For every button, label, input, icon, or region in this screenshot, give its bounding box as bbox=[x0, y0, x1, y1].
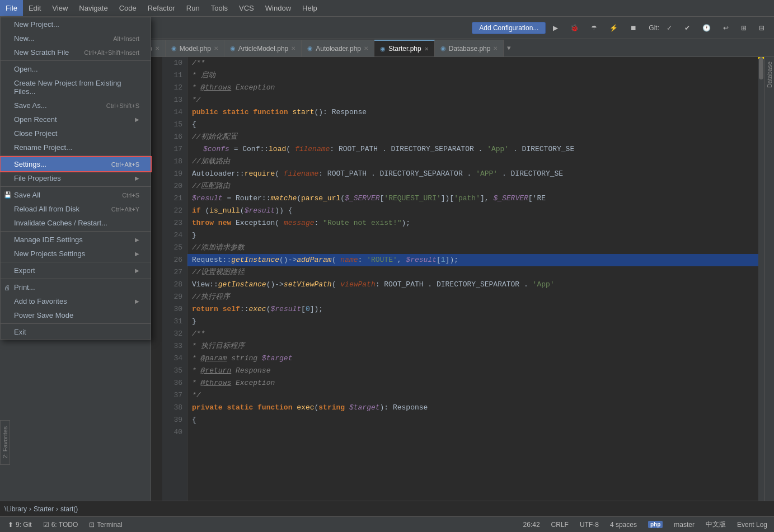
breadcrumb: \Library › Starter › start() bbox=[0, 501, 774, 516]
breadcrumb-item-starter[interactable]: Starter bbox=[34, 505, 54, 513]
menu-rename-project[interactable]: Rename Project... bbox=[1, 140, 151, 154]
event-log[interactable]: Event Log bbox=[735, 520, 770, 530]
menu-manage-ide-settings[interactable]: Manage IDE Settings ▶ bbox=[1, 233, 151, 247]
tab-autoloader-php[interactable]: ◉ Autoloader.php ✕ bbox=[302, 40, 374, 57]
database-label[interactable]: Database bbox=[766, 62, 773, 88]
git-tab[interactable]: ⬆ 9: Git bbox=[4, 520, 35, 530]
menu-sep-2 bbox=[1, 156, 151, 156]
encoding-status[interactable]: UTF-8 bbox=[578, 520, 601, 530]
menu-window[interactable]: Window bbox=[260, 0, 297, 16]
menu-reload-from-disk[interactable]: Reload All from Disk Ctrl+Alt+Y bbox=[1, 202, 151, 216]
tab-starter-php[interactable]: ◉ Starter.php ✕ bbox=[374, 40, 435, 57]
menu-open[interactable]: Open... bbox=[1, 62, 151, 76]
php-logo-status[interactable]: php bbox=[646, 520, 665, 529]
menu-bar: File Edit View Navigate Code Refactor Ru… bbox=[0, 0, 774, 17]
branch-status[interactable]: master bbox=[672, 520, 697, 530]
menu-exit[interactable]: Exit bbox=[1, 325, 151, 339]
todo-tab[interactable]: ☑ 6: TODO bbox=[40, 520, 82, 530]
favorites-label: 2: Favorites bbox=[2, 423, 8, 462]
favorites-side-tab[interactable]: 2: Favorites bbox=[0, 420, 10, 465]
coverage-button[interactable]: ☂ bbox=[586, 22, 602, 34]
menu-new-project[interactable]: New Project... bbox=[1, 17, 151, 31]
tab-model-php[interactable]: ◉ Model.php ✕ bbox=[166, 40, 224, 57]
menu-sep-6 bbox=[1, 279, 151, 279]
tab-articlemodel-php[interactable]: ◉ ArticleModel.php ✕ bbox=[224, 40, 302, 57]
menu-view[interactable]: View bbox=[46, 0, 73, 16]
cursor-position[interactable]: 26:42 bbox=[521, 520, 542, 530]
status-bar: ⬆ 9: Git ☑ 6: TODO ⊡ Terminal 26:42 CRLF… bbox=[0, 516, 774, 532]
scrollbar-thumb[interactable] bbox=[759, 57, 763, 79]
close-tab-conf[interactable]: ✕ bbox=[155, 45, 160, 51]
line-separator[interactable]: CRLF bbox=[549, 520, 571, 530]
close-tab-autoloader[interactable]: ✕ bbox=[364, 45, 368, 51]
menu-sep-7 bbox=[1, 323, 151, 324]
menu-file[interactable]: File bbox=[0, 0, 23, 16]
menu-edit[interactable]: Edit bbox=[23, 0, 46, 16]
menu-save-all[interactable]: 💾 Save All Ctrl+S bbox=[1, 188, 151, 202]
submenu-arrow-icon4: ▶ bbox=[135, 251, 139, 257]
menu-vcs[interactable]: VCS bbox=[233, 0, 260, 16]
terminal-icon: ⊡ bbox=[89, 521, 95, 529]
indent-status[interactable]: 4 spaces bbox=[608, 520, 639, 530]
menu-help[interactable]: Help bbox=[297, 0, 323, 16]
menu-settings[interactable]: Settings... Ctrl+Alt+S bbox=[1, 157, 151, 171]
run-button[interactable]: ▶ bbox=[548, 22, 563, 34]
menu-code[interactable]: Code bbox=[114, 0, 142, 16]
git-checkmark[interactable]: ✓ bbox=[662, 22, 677, 34]
menu-sep-4 bbox=[1, 231, 151, 232]
git-tab-icon: ⬆ bbox=[8, 521, 13, 529]
git-section: Git: ✓ ✔ 🕐 ↩ ⊞ ⊟ bbox=[649, 22, 770, 34]
menu-sep-5 bbox=[1, 262, 151, 262]
close-tab-articlemodel[interactable]: ✕ bbox=[291, 45, 295, 51]
menu-save-as[interactable]: Save As... Ctrl+Shift+S bbox=[1, 98, 151, 112]
profile-button[interactable]: ⚡ bbox=[604, 22, 623, 34]
menu-close-project[interactable]: Close Project bbox=[1, 126, 151, 140]
terminal-tab[interactable]: ⊡ Terminal bbox=[86, 520, 125, 530]
close-tab-starter[interactable]: ✕ bbox=[424, 46, 429, 52]
submenu-arrow-icon5: ▶ bbox=[135, 267, 139, 274]
menu-tools[interactable]: Tools bbox=[205, 0, 233, 16]
file-menu-dropdown: New Project... New... Alt+Insert New Scr… bbox=[0, 17, 151, 340]
menu-new[interactable]: New... Alt+Insert bbox=[1, 31, 151, 45]
add-configuration-button[interactable]: Add Configuration... bbox=[472, 22, 546, 34]
editor-area: 10 11 12 13 14 15 16 17 18 19 20 21 22 2… bbox=[151, 57, 774, 501]
printer-icon: 🖨 bbox=[4, 284, 10, 291]
menu-refactor[interactable]: Refactor bbox=[142, 0, 181, 16]
code-gutter bbox=[151, 57, 162, 501]
menu-power-save-mode[interactable]: Power Save Mode bbox=[1, 308, 151, 322]
save-icon: 💾 bbox=[4, 191, 12, 199]
close-tab-database[interactable]: ✕ bbox=[493, 45, 498, 51]
menu-navigate[interactable]: Navigate bbox=[73, 0, 113, 16]
tab-database-php[interactable]: ◉ Database.php ✕ bbox=[435, 40, 504, 57]
menu-sep-3 bbox=[1, 186, 151, 187]
git-undo[interactable]: ↩ bbox=[718, 22, 734, 34]
breadcrumb-item-library[interactable]: \Library bbox=[4, 505, 27, 513]
lang-status[interactable]: 中文版 bbox=[703, 519, 728, 530]
menu-new-scratch[interactable]: New Scratch File Ctrl+Alt+Shift+Insert bbox=[1, 45, 151, 59]
menu-add-to-favorites[interactable]: Add to Favorites ▶ bbox=[1, 294, 151, 308]
todo-icon: ☑ bbox=[43, 521, 49, 529]
debug-button[interactable]: 🐞 bbox=[565, 22, 584, 34]
menu-run[interactable]: Run bbox=[181, 0, 205, 16]
submenu-arrow-icon6: ▶ bbox=[135, 298, 139, 304]
stop-button[interactable]: ⏹ bbox=[625, 22, 642, 34]
menu-print[interactable]: 🖨 Print... bbox=[1, 280, 151, 294]
database-sidebar[interactable]: Database bbox=[764, 57, 774, 501]
breadcrumb-item-method[interactable]: start() bbox=[60, 505, 78, 513]
git-push[interactable]: ⊞ bbox=[736, 22, 752, 34]
git-pull[interactable]: ⊟ bbox=[754, 22, 770, 34]
git-history[interactable]: 🕐 bbox=[697, 22, 716, 34]
git-tick[interactable]: ✔ bbox=[679, 22, 695, 34]
submenu-arrow-icon3: ▶ bbox=[135, 237, 139, 243]
menu-create-from-existing[interactable]: Create New Project from Existing Files..… bbox=[1, 76, 151, 98]
menu-open-recent[interactable]: Open Recent ▶ bbox=[1, 112, 151, 126]
menu-file-properties[interactable]: File Properties ▶ bbox=[1, 171, 151, 185]
editor-scrollbar[interactable] bbox=[758, 57, 764, 501]
menu-invalidate-caches[interactable]: Invalidate Caches / Restart... bbox=[1, 216, 151, 230]
tabs-more-button[interactable]: ▾ bbox=[504, 44, 514, 52]
code-editor[interactable]: /** * 启动 * @throws Exception */ public s… bbox=[187, 57, 758, 501]
menu-export[interactable]: Export ▶ bbox=[1, 263, 151, 277]
close-tab-model[interactable]: ✕ bbox=[214, 45, 218, 51]
menu-new-projects-settings[interactable]: New Projects Settings ▶ bbox=[1, 247, 151, 261]
submenu-arrow-icon: ▶ bbox=[135, 116, 139, 123]
